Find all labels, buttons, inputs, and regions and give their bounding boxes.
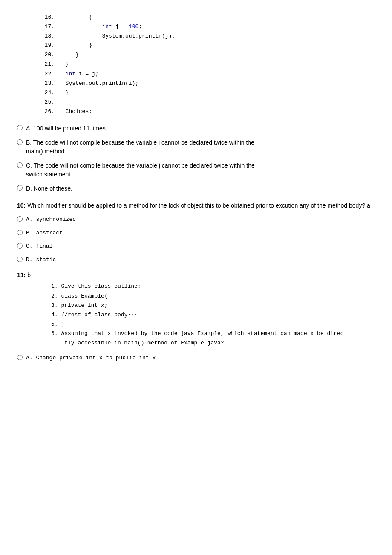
code-line-17: 17. int j = 100; [43, 22, 375, 32]
q9-option-c-text: C. The code will not compile because the… [26, 161, 255, 179]
radio-q10-c[interactable] [17, 243, 23, 249]
q11-code-2: 2. class Example{ [51, 292, 375, 301]
q11-option-a-text: A. Change private int x to public int x [26, 354, 156, 362]
q9-option-a[interactable]: A. 100 will be printed 11 times. [17, 124, 375, 133]
radio-q10-d[interactable] [17, 257, 23, 262]
q11-code-3: 3. private int x; [51, 301, 375, 310]
q11-number: 11: [17, 272, 26, 278]
q11-code-block: 1. Give this class outline: 2. class Exa… [51, 282, 375, 348]
q11-code-6b: tly accessible in main() method of Examp… [51, 338, 375, 348]
question-11-section: 11: b 1. Give this class outline: 2. cla… [17, 272, 375, 362]
q11-code-1: 1. Give this class outline: [51, 282, 375, 291]
radio-q9-a[interactable] [17, 125, 23, 130]
code-line-22: 22. int i = j; [43, 69, 375, 79]
code-line-23: 23. System.out.println(i); [43, 79, 375, 88]
q11-code-5: 5. } [51, 320, 375, 329]
q9-option-b-text: B. The code will not compile because the… [26, 138, 254, 156]
radio-q9-c[interactable] [17, 162, 23, 168]
question-10-text: 10: Which modifier should be applied to … [17, 201, 375, 210]
q9-option-d-text: D. None of these. [26, 184, 72, 193]
code-line-19: 19. } [43, 41, 375, 50]
question-9-section: A. 100 will be printed 11 times. B. The … [17, 124, 375, 193]
radio-q9-b[interactable] [17, 139, 23, 145]
q10-option-b-text: B. abstract [26, 229, 63, 237]
radio-q10-a[interactable] [17, 216, 23, 222]
code-line-21: 21. } [43, 60, 375, 69]
q11-answer-label: b [27, 272, 31, 278]
q10-option-c[interactable]: C. final [17, 242, 375, 251]
code-block-top: 16. { 17. int j = 100; 18. System.out.pr… [43, 13, 375, 116]
q10-option-d[interactable]: D. static [17, 256, 375, 264]
q9-option-b[interactable]: B. The code will not compile because the… [17, 138, 375, 156]
question-11-header: 11: b [17, 272, 375, 278]
q9-option-c[interactable]: C. The code will not compile because the… [17, 161, 375, 179]
q10-option-b[interactable]: B. abstract [17, 229, 375, 237]
q9-option-d[interactable]: D. None of these. [17, 184, 375, 193]
q11-option-a[interactable]: A. Change private int x to public int x [17, 354, 375, 362]
q10-option-a-text: A. synchronized [26, 215, 76, 224]
radio-q10-b[interactable] [17, 230, 23, 235]
q10-option-c-text: C. final [26, 242, 52, 251]
q10-option-a[interactable]: A. synchronized [17, 215, 375, 224]
q10-option-d-text: D. static [26, 256, 56, 264]
question-10-section: 10: Which modifier should be applied to … [17, 201, 375, 264]
q11-code-6: 6. Assuming that x invoked by the code j… [51, 329, 375, 338]
code-line-18: 18. System.out.println(j); [43, 32, 375, 41]
radio-q11-a[interactable] [17, 355, 23, 360]
code-line-24: 24. } [43, 88, 375, 98]
code-line-26: 26. Choices: [43, 107, 375, 116]
q11-code-4: 4. //rest of class body··· [51, 310, 375, 320]
radio-q9-d[interactable] [17, 185, 23, 191]
code-line-16: 16. { [43, 13, 375, 22]
code-line-25: 25. [43, 98, 375, 107]
q9-option-a-text: A. 100 will be printed 11 times. [26, 124, 107, 133]
code-line-20: 20. } [43, 50, 375, 60]
